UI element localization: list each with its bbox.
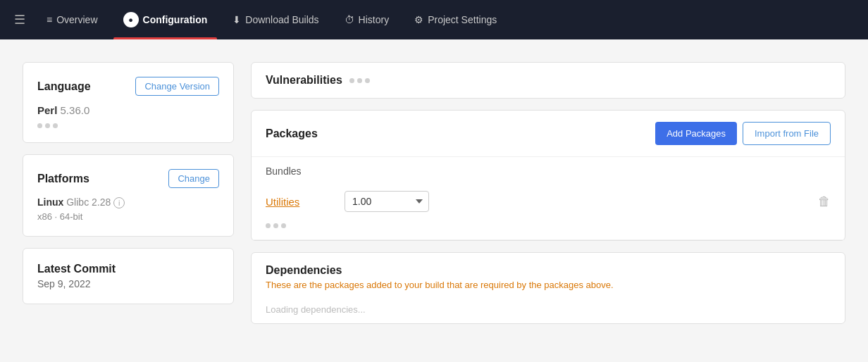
nav-label-overview: Overview [56,14,97,25]
nav-label-configuration: Configuration [143,14,208,25]
dependencies-card: Dependencies These are the packages adde… [251,252,845,324]
commit-date: Sep 9, 2022 [37,278,219,289]
packages-title: Packages [266,127,318,140]
gear-icon: ⚙ [414,14,423,25]
platforms-card: Platforms Change Linux Glibc 2.28 i x86 … [23,154,234,237]
bundle-dot-3 [281,223,286,228]
nav-item-configuration[interactable]: ● Configuration [113,0,218,39]
menu-icon[interactable]: ☰ [14,12,25,27]
bundle-dots [266,218,831,231]
dependencies-loading: Loading dependencies... [252,296,845,323]
nav-item-download-builds[interactable]: ⬇ Download Builds [223,0,328,39]
language-card-title: Language [37,80,91,93]
dependencies-subtitle: These are the packages added to your bui… [266,280,831,290]
language-card: Language Change Version Perl 5.36.0 [23,62,234,143]
history-icon: ⏱ [345,14,354,25]
vuln-dots [349,78,370,83]
change-platform-button[interactable]: Change [168,169,219,188]
nav-label-history: History [359,14,390,25]
bundles-section: Bundles Utilities 1.00 1.01 1.02 2.00 🗑 [252,157,845,240]
bundle-dot-1 [266,223,271,228]
bundle-row: Utilities 1.00 1.01 1.02 2.00 🗑 [266,185,831,218]
vuln-dot-2 [357,78,362,83]
dot-3 [53,123,58,128]
language-dots [37,123,219,128]
info-icon[interactable]: i [113,197,125,208]
packages-card: Packages Add Packages Import from File B… [251,110,845,241]
version-select[interactable]: 1.00 1.01 1.02 2.00 [345,191,429,212]
bundle-dot-2 [273,223,278,228]
nav-label-project-settings: Project Settings [428,14,497,25]
bundles-label: Bundles [266,166,831,177]
platform-os: Linux [37,196,63,208]
configuration-icon: ● [123,12,139,27]
language-card-header: Language Change Version [37,77,219,96]
navbar: ☰ ≡ Overview ● Configuration ⬇ Download … [0,0,868,39]
platforms-card-title: Platforms [37,173,89,185]
vulnerabilities-header: Vulnerabilities [252,63,845,98]
platforms-card-header: Platforms Change [37,169,219,188]
dot-1 [37,123,42,128]
download-icon: ⬇ [232,14,241,25]
import-from-file-button[interactable]: Import from File [743,122,831,145]
delete-bundle-icon[interactable]: 🗑 [818,194,831,209]
platform-glibc: Glibc 2.28 [66,196,111,208]
vuln-dot-1 [349,78,354,83]
change-version-button[interactable]: Change Version [135,77,219,96]
nav-label-download-builds: Download Builds [245,14,318,25]
add-packages-button[interactable]: Add Packages [655,122,737,145]
dot-2 [45,123,50,128]
platform-arch: x86 · 64-bit [37,211,219,222]
bundle-name[interactable]: Utilities [266,196,336,208]
left-panel: Language Change Version Perl 5.36.0 Plat… [23,62,234,324]
dependencies-header: Dependencies These are the packages adde… [252,253,845,296]
right-panel: Vulnerabilities Packages Add Packages Im… [251,62,845,324]
nav-item-history[interactable]: ⏱ History [335,0,399,39]
packages-actions: Add Packages Import from File [655,122,831,145]
dependencies-title: Dependencies [266,264,831,277]
runtime-name: Perl [37,104,57,116]
vulnerabilities-title: Vulnerabilities [266,74,342,87]
nav-item-project-settings[interactable]: ⚙ Project Settings [404,0,507,39]
latest-commit-title: Latest Commit [37,263,219,275]
nav-item-overview[interactable]: ≡ Overview [37,0,108,39]
main-content: Language Change Version Perl 5.36.0 Plat… [0,39,868,324]
vulnerabilities-card: Vulnerabilities [251,62,845,99]
language-version: Perl 5.36.0 [37,104,219,116]
platform-info: Linux Glibc 2.28 i [37,196,219,208]
runtime-version: 5.36.0 [61,104,90,116]
vuln-dot-3 [365,78,370,83]
latest-commit-card: Latest Commit Sep 9, 2022 [23,248,234,304]
packages-header: Packages Add Packages Import from File [252,111,845,157]
overview-icon: ≡ [46,14,52,25]
